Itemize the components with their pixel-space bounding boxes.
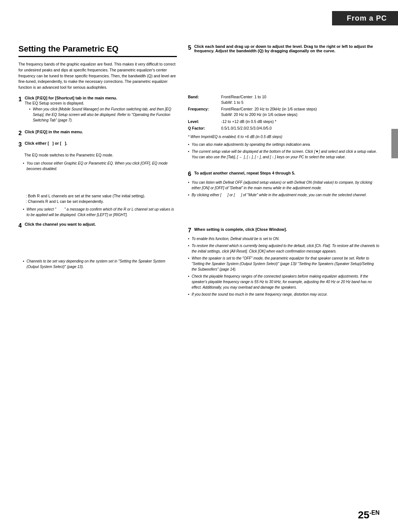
colon-item-1: : Both R and L channels are set at the s… [26, 194, 177, 198]
page-header: From a PC [332, 11, 398, 25]
page-suffix: -EN [369, 510, 380, 516]
right-bullet-2: The current setup value will be displaye… [188, 149, 380, 160]
step-2-content: Click [P.EQ] in the main menu. [25, 130, 177, 135]
step-3-content: Click either [ ] or [ ]. [25, 141, 177, 146]
step-6-bullet-1: You can listen with Defeat OFF (adjusted… [188, 180, 380, 191]
step-5-number: 5 [188, 44, 191, 51]
colon-items: : Both R and L channels are set at the s… [26, 194, 177, 204]
spec-freq-row: Frequency: Front/Rear/Center: 20 Hz to 2… [188, 106, 380, 117]
colon-bullet-1: When you select " " a message to confirm… [23, 207, 177, 218]
left-column: Setting the Parametric EQ The frequency … [18, 44, 177, 299]
asterisk-note: * When ImprintEQ is enabled, 6 to +6 dB … [188, 135, 380, 139]
spec-band-value: Front/Rear/Center: 1 to 10SubW: 1 to 5 [221, 94, 380, 105]
step-3-title: Click either [ ] or [ ]. [25, 141, 177, 145]
step-7-number: 7 [188, 227, 191, 234]
step-7-header: 7 When setting is complete, click [Close… [188, 227, 380, 234]
step-6-header: 6 To adjust another channel, repeat Step… [188, 171, 380, 177]
step-4-footer: Channels to be set vary depending on the… [18, 258, 177, 269]
step-1-title: Click [P.EQ] for [Shortcut] tab in the m… [25, 96, 177, 100]
step-7-bullet-4: Check the playable frequency ranges of t… [188, 274, 380, 290]
step-1-content: Click [P.EQ] for [Shortcut] tab in the m… [25, 96, 177, 125]
page-num: 25 [358, 509, 369, 521]
step-4-content: Click the channel you want to adjust. [25, 222, 177, 227]
step-7-bullets: To enable this function, Defeat should b… [188, 236, 380, 297]
page-number: 25-EN [358, 509, 380, 521]
step-3-number: 3 [18, 141, 22, 148]
spec-freq-value: Front/Rear/Center: 20 Hz to 20kHz (in 1/… [221, 106, 380, 117]
intro-paragraph: The frequency bands of the graphic equal… [18, 61, 177, 91]
step-5: 5 Click each band and drag up or down to… [188, 44, 380, 57]
step-6-number: 6 [188, 171, 191, 177]
spec-level-label: Level: [188, 119, 221, 124]
step-1-sub: The EQ Setup screen is displayed. [25, 101, 177, 105]
step-3-after-bullets: You can choose either Graphic EQ or Para… [23, 161, 177, 172]
side-tab [391, 129, 398, 158]
step-6-bullets: You can listen with Defeat OFF (adjusted… [188, 180, 380, 198]
step-7-bullet-5: If you boost the sound too much in the s… [188, 292, 380, 297]
step-6-title: To adjust another channel, repeat Steps … [194, 171, 380, 175]
step-7-bullet-1: To enable this function, Defeat should b… [188, 236, 380, 242]
step-4-number: 4 [18, 222, 22, 229]
step-1-number: 1 [18, 96, 22, 103]
right-bullets: You can also make adjustments by operati… [188, 142, 380, 160]
step-7-title: When setting is complete, click [Close W… [194, 227, 380, 232]
spec-table: Band: Front/Rear/Center: 1 to 10SubW: 1 … [188, 94, 380, 131]
step-3-note: The EQ mode switches to the Parametric E… [24, 152, 177, 158]
step-4-footer-bullet: Channels to be set vary depending on the… [23, 258, 177, 269]
step-6: 6 To adjust another channel, repeat Step… [188, 171, 380, 198]
colon-bullet: When you select " " a message to confirm… [23, 207, 177, 218]
step-5-title: Click each band and drag up or down to a… [194, 44, 380, 53]
spec-level-row: Level: -12 to +12 dB (in 0.5 dB steps) * [188, 119, 380, 124]
step-1-bullets: When you click [Mobile Sound Manager] on… [29, 106, 177, 123]
step-4-footer-bullet-1: Channels to be set vary depending on the… [23, 258, 177, 269]
spec-band-row: Band: Front/Rear/Center: 1 to 10SubW: 1 … [188, 94, 380, 105]
spec-level-value: -12 to +12 dB (in 0.5 dB steps) * [221, 119, 380, 124]
colon-value-2: : Channels R and L can be set independen… [26, 199, 104, 204]
step-3: 3 Click either [ ] or [ ]. [18, 141, 177, 148]
step-3-bullet-1: You can choose either Graphic EQ or Para… [23, 161, 177, 172]
step-4: 4 Click the channel you want to adjust. [18, 222, 177, 229]
step-7-bullet-2: To restore the channel which is currentl… [188, 243, 380, 254]
spec-freq-label: Frequency: [188, 106, 221, 117]
step-5-content: Click each band and drag up or down to a… [194, 44, 380, 57]
colon-value-1: : Both R and L channels are set at the s… [26, 194, 145, 198]
step-1: 1 Click [P.EQ] for [Shortcut] tab in the… [18, 96, 177, 125]
step-7: 7 When setting is complete, click [Close… [188, 227, 380, 297]
step-7-bullet-3: When the speaker is set to the "OFF" mod… [188, 256, 380, 272]
spec-qfactor-label: Q Factor: [188, 126, 221, 131]
step-7-content: When setting is complete, click [Close W… [194, 227, 380, 234]
right-column: 5 Click each band and drag up or down to… [188, 44, 380, 299]
step-6-content: To adjust another channel, repeat Steps … [194, 171, 380, 177]
spec-band-label: Band: [188, 94, 221, 105]
step-2-title: Click [P.EQ] in the main menu. [25, 130, 177, 134]
step-4-title: Click the channel you want to adjust. [25, 222, 177, 226]
header-title: From a PC [347, 14, 387, 22]
colon-item-2: : Channels R and L can be set independen… [26, 199, 177, 204]
section-title: Setting the Parametric EQ [18, 44, 177, 57]
spec-qfactor-row: Q Factor: 0.5/1.0/1.5/2.0/2.5/3.0/4.0/5.… [188, 126, 380, 131]
step-1-bullet-1: When you click [Mobile Sound Manager] on… [29, 106, 177, 123]
step-2-number: 2 [18, 130, 22, 137]
spec-qfactor-value: 0.5/1.0/1.5/2.0/2.5/3.0/4.0/5.0 [221, 126, 380, 131]
right-bullet-1: You can also make adjustments by operati… [188, 142, 380, 147]
step-2: 2 Click [P.EQ] in the main menu. [18, 130, 177, 137]
step-6-bullet-2: By clicking either [ ] or [ ] of "Mute" … [188, 192, 380, 198]
